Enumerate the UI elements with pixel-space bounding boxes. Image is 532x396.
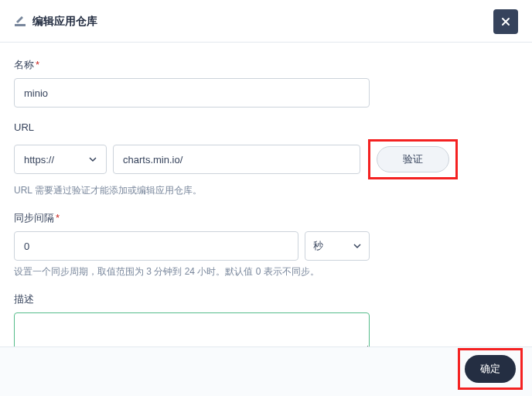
svg-rect-0	[15, 24, 26, 26]
form-body: 名称* URL https:// 验证 URL 需要通过验证才能添加或编辑应用仓…	[0, 43, 532, 394]
url-hint: URL 需要通过验证才能添加或编辑应用仓库。	[14, 184, 518, 197]
dialog-footer: 取消	[0, 346, 532, 396]
url-label: URL	[14, 121, 518, 133]
confirm-highlight: 确定	[458, 348, 523, 390]
close-icon	[500, 15, 512, 28]
name-label: 名称*	[14, 58, 518, 72]
close-button[interactable]	[493, 9, 518, 34]
validate-button[interactable]: 验证	[377, 146, 449, 172]
url-row: https:// 验证	[14, 139, 518, 179]
chevron-down-icon	[353, 242, 361, 250]
edit-icon	[14, 15, 26, 28]
interval-unit-select[interactable]: 秒	[305, 231, 370, 261]
protocol-select[interactable]: https://	[14, 145, 107, 174]
url-input[interactable]	[113, 145, 360, 174]
required-asterisk: *	[56, 212, 60, 224]
field-name: 名称*	[14, 58, 518, 108]
chevron-down-icon	[89, 155, 97, 163]
dialog-title: 编辑应用仓库	[32, 15, 97, 29]
header-left: 编辑应用仓库	[14, 15, 97, 29]
desc-label: 描述	[14, 292, 518, 306]
interval-label: 同步间隔*	[14, 211, 518, 225]
required-asterisk: *	[36, 59, 39, 70]
protocol-value: https://	[24, 154, 54, 166]
interval-row: 秒	[14, 231, 370, 261]
field-url: URL https:// 验证 URL 需要通过验证才能添加或编辑应用仓库。	[14, 121, 518, 197]
dialog-header: 编辑应用仓库	[0, 0, 532, 42]
interval-unit-value: 秒	[313, 239, 323, 253]
interval-hint: 设置一个同步周期，取值范围为 3 分钟到 24 小时。默认值 0 表示不同步。	[14, 265, 518, 278]
validate-highlight: 验证	[368, 139, 458, 179]
confirm-button[interactable]: 确定	[465, 355, 516, 383]
name-input[interactable]	[14, 78, 370, 108]
field-interval: 同步间隔* 秒 设置一个同步周期，取值范围为 3 分钟到 24 小时。默认值 0…	[14, 211, 518, 278]
interval-input[interactable]	[14, 231, 298, 261]
